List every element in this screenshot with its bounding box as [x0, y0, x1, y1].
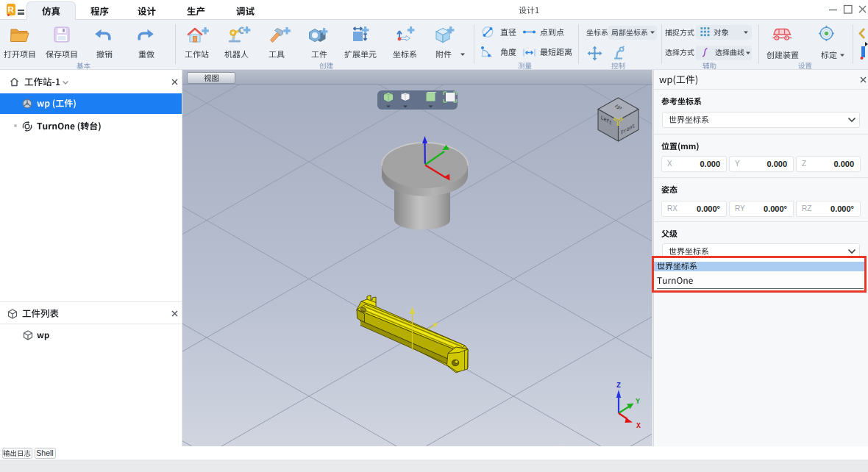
svg-text:X: X	[636, 422, 641, 430]
svg-text:Z: Z	[616, 382, 621, 390]
svg-text:Y: Y	[636, 398, 640, 406]
